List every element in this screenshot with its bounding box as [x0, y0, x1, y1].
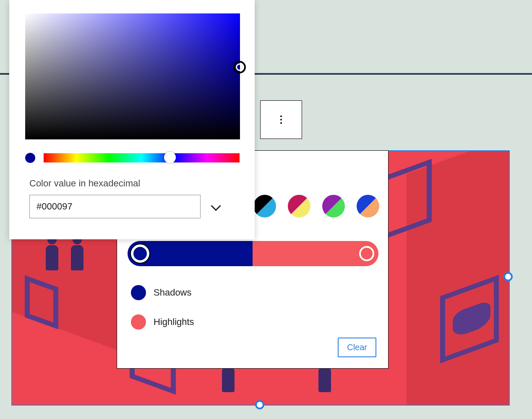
hue-slider-handle[interactable]	[164, 152, 176, 163]
shadows-label: Shadows	[154, 287, 192, 298]
hex-input-label: Color value in hexadecimal	[29, 178, 240, 189]
shadows-swatch-icon	[131, 285, 146, 300]
duotone-highlights-handle[interactable]	[359, 246, 374, 261]
legend-shadows[interactable]: Shadows	[131, 285, 192, 300]
duotone-preset-magenta-yellow[interactable]	[288, 195, 310, 217]
duotone-slider[interactable]	[128, 241, 378, 266]
duotone-preset-purple-green[interactable]	[322, 195, 345, 217]
current-color-dot-icon	[25, 153, 35, 163]
resize-handle-right[interactable]	[503, 272, 513, 281]
duotone-preset-black-cyan[interactable]	[253, 195, 276, 217]
duotone-preset-row	[253, 195, 379, 217]
duotone-slider-shadows[interactable]	[128, 241, 253, 266]
highlights-label: Highlights	[154, 317, 194, 327]
illustration-person	[71, 235, 83, 273]
legend-highlights[interactable]: Highlights	[131, 314, 194, 330]
duotone-shadows-handle[interactable]	[131, 244, 149, 263]
saturation-cursor[interactable]	[233, 61, 246, 73]
kebab-icon	[280, 115, 282, 124]
clear-button[interactable]: Clear	[338, 338, 376, 357]
resize-handle-bottom[interactable]	[255, 400, 264, 409]
duotone-slider-highlights[interactable]	[253, 241, 378, 266]
duotone-preset-blue-orange[interactable]	[357, 195, 379, 217]
hex-input[interactable]	[29, 195, 201, 218]
illustration-person	[46, 235, 58, 273]
hue-slider[interactable]	[44, 153, 240, 162]
color-picker-popover: Color value in hexadecimal	[9, 0, 255, 239]
highlights-swatch-icon	[131, 314, 146, 330]
more-options-button[interactable]	[260, 100, 302, 139]
saturation-field[interactable]	[25, 13, 240, 139]
chevron-down-icon[interactable]	[211, 202, 221, 212]
